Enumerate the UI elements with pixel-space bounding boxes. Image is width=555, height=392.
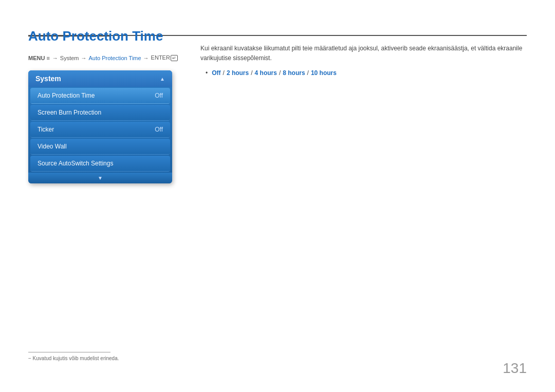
source-autoswitch-label: Source AutoSwitch Settings — [38, 160, 113, 167]
system-label: System — [35, 74, 61, 83]
breadcrumb-arrow-2: → — [81, 55, 87, 61]
auto-protection-value: Off — [155, 92, 163, 99]
system-panel: System ▲ Auto Protection Time Off Screen… — [28, 70, 172, 183]
system-panel-header: System ▲ — [28, 70, 172, 87]
menu-icon: MENU — [28, 55, 45, 61]
breadcrumb-system: System — [60, 55, 79, 61]
footnote-area: − Kuvatud kujutis võib mudelist erineda. — [28, 352, 119, 361]
option-off: Off — [212, 69, 220, 77]
menu-item-auto-protection[interactable]: Auto Protection Time Off — [30, 88, 170, 104]
menu-item-screen-burn[interactable]: Screen Burn Protection — [30, 105, 170, 121]
breadcrumb-auto-protection: Auto Protection Time — [89, 55, 141, 61]
options-item: Off / 2 hours / 4 hours / 8 hours / 10 h… — [206, 69, 527, 77]
page-title: Auto Protection Time — [28, 28, 527, 44]
option-8hours: 8 hours — [283, 69, 305, 77]
options-list: Off / 2 hours / 4 hours / 8 hours / 10 h… — [200, 69, 527, 77]
panel-footer: ▼ — [28, 173, 172, 183]
option-2hours: 2 hours — [227, 69, 249, 77]
breadcrumb-arrow-3: → — [143, 55, 149, 61]
up-arrow-icon: ▲ — [160, 76, 165, 82]
breadcrumb-arrow-1: → — [52, 55, 58, 61]
footnote-text: − Kuvatud kujutis võib mudelist erineda. — [28, 356, 119, 361]
option-4hours: 4 hours — [255, 69, 277, 77]
option-10hours: 10 hours — [311, 69, 337, 77]
menu-item-ticker[interactable]: Ticker Off — [30, 122, 170, 138]
ticker-value: Off — [155, 126, 163, 133]
page-number: 131 — [503, 360, 527, 377]
description-area: Kui ekraanil kuvatakse liikumatut pilti … — [200, 44, 527, 77]
breadcrumb-enter: ENTER↵ — [151, 54, 178, 61]
ticker-label: Ticker — [38, 126, 54, 133]
video-wall-label: Video Wall — [38, 143, 67, 150]
down-arrow-icon: ▼ — [98, 175, 103, 181]
menu-item-source-autoswitch[interactable]: Source AutoSwitch Settings — [30, 156, 170, 172]
menu-item-video-wall[interactable]: Video Wall — [30, 139, 170, 155]
footnote-rule — [28, 352, 110, 352]
description-text: Kui ekraanil kuvatakse liikumatut pilti … — [200, 44, 527, 63]
auto-protection-label: Auto Protection Time — [38, 92, 95, 99]
screen-burn-label: Screen Burn Protection — [38, 109, 101, 116]
